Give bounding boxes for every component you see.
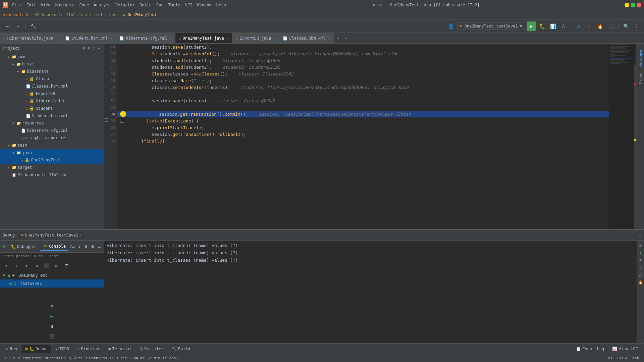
vcs-update[interactable]: ⟳ bbox=[574, 21, 583, 31]
close-button[interactable] bbox=[637, 3, 641, 7]
search-everywhere[interactable]: 🔍 bbox=[621, 21, 631, 31]
tree-item-exportdb[interactable]: ☕ 🔒 ExportDB bbox=[0, 90, 104, 97]
sidebar-expand-btn[interactable]: ⊞ bbox=[82, 45, 86, 51]
test-item-testsave1[interactable]: ● ⊙ testSave1 bbox=[0, 279, 104, 288]
database-tab[interactable]: Database bbox=[638, 47, 643, 70]
sidebar-settings-btn[interactable]: ⚙ bbox=[92, 45, 96, 51]
debug-minimize[interactable]: — bbox=[639, 233, 641, 238]
menu-edit[interactable]: Edit bbox=[24, 2, 38, 8]
scroll-up2[interactable]: ▲ bbox=[637, 249, 644, 256]
forward-button[interactable]: → bbox=[13, 21, 23, 31]
tab-student-hbm[interactable]: 📄 Student.hbm.xml ✕ bbox=[62, 33, 116, 43]
sort-time-btn[interactable]: ↕ bbox=[76, 242, 83, 251]
menu-help[interactable]: Help bbox=[214, 2, 228, 8]
breadcrumb-src[interactable]: src bbox=[81, 12, 88, 17]
test-item-one2manytest[interactable]: ▼ ● ⊙ One2ManyTest bbox=[0, 271, 104, 279]
tab-nav-right[interactable]: ▸ bbox=[342, 33, 350, 43]
menu-code[interactable]: Code bbox=[77, 2, 91, 8]
close-tab-icon[interactable]: ✕ bbox=[328, 37, 330, 40]
step-out-btn[interactable]: ↑ bbox=[22, 261, 31, 270]
problems-tab[interactable]: ⚠ Problems bbox=[74, 345, 104, 353]
tree-item-target[interactable]: ▶ 📁 target bbox=[0, 164, 104, 171]
run-tab[interactable]: ▶ Run bbox=[3, 345, 20, 353]
resume-btn[interactable]: ▶ bbox=[52, 261, 61, 270]
step-over-btn[interactable]: ↷ bbox=[2, 261, 11, 270]
step-into-btn[interactable]: ↓ bbox=[12, 261, 21, 270]
debugger-tab[interactable]: 🐛 Debugger bbox=[8, 243, 39, 250]
coverage-button[interactable]: 📊 bbox=[548, 21, 557, 31]
rerun-button[interactable]: ⟳ bbox=[1, 242, 7, 251]
terminal-tab[interactable]: ⊞ Terminal bbox=[105, 345, 135, 353]
indent-indicator[interactable]: Tab+ bbox=[633, 356, 642, 360]
print-btn[interactable]: 🖨 bbox=[637, 271, 644, 278]
collapse-tests-btn[interactable]: ⊟ bbox=[90, 242, 96, 251]
dump-threads-btn[interactable]: ☰ bbox=[62, 261, 71, 270]
tab-hibernateutils[interactable]: ☕ HibernateUtils.java ✕ bbox=[0, 33, 62, 43]
menu-navigate[interactable]: Navigate bbox=[53, 2, 77, 8]
fire-button[interactable]: 🔥 bbox=[595, 21, 605, 31]
tree-item-com[interactable]: ▶ 📁 com bbox=[0, 53, 104, 60]
menu-file[interactable]: File bbox=[10, 2, 24, 8]
tree-item-bjsxt[interactable]: ▶ 📁 bjsxt bbox=[0, 60, 104, 68]
tree-item-hibernate-cfg[interactable]: 📄 hibernate.cfg.xml bbox=[0, 127, 104, 134]
profiler-tab[interactable]: ⌬ Profiler bbox=[136, 345, 167, 353]
menu-vcs[interactable]: VCS bbox=[183, 2, 195, 8]
stop-btn[interactable]: ⬛ bbox=[42, 261, 51, 270]
build-tab[interactable]: 🔨 Build bbox=[168, 345, 194, 353]
build-button[interactable]: 🔨 bbox=[29, 21, 38, 31]
todo-tab[interactable]: ✓ TODO bbox=[52, 345, 72, 353]
tree-item-test[interactable]: ▼ 📁 test bbox=[0, 142, 104, 149]
more-options[interactable]: ⋮ bbox=[632, 21, 641, 31]
debug-close-icon[interactable]: ✕ bbox=[80, 233, 82, 238]
debug-more[interactable]: ⋮ bbox=[633, 233, 637, 238]
close-tab-icon[interactable]: ✕ bbox=[110, 37, 112, 40]
visualgc-btn[interactable]: 📊 VisualGC bbox=[609, 345, 641, 353]
breadcrumb-java[interactable]: java bbox=[108, 12, 118, 17]
crlf-indicator[interactable]: CRLF bbox=[604, 356, 613, 360]
maven-tab[interactable]: Maven bbox=[638, 70, 643, 87]
breadcrumb-test[interactable]: test bbox=[93, 12, 103, 17]
stop-button[interactable]: ⬛ bbox=[606, 21, 615, 31]
close-tab-icon[interactable]: ✕ bbox=[274, 37, 276, 40]
sidebar-hide-btn[interactable]: — bbox=[97, 45, 101, 51]
scroll-down2[interactable]: ▼ bbox=[637, 257, 644, 263]
fire-icon[interactable]: 🔥 bbox=[637, 279, 644, 286]
force-step-btn[interactable]: ⇥ bbox=[32, 261, 41, 270]
run-icon[interactable]: ▶ bbox=[48, 312, 56, 320]
tree-item-one2manytest[interactable]: ☕ 🔒 One2ManyTest bbox=[0, 156, 104, 164]
tree-item-classes[interactable]: ☕ 🔒 Classes bbox=[0, 75, 104, 83]
close-tab-icon[interactable]: ✕ bbox=[170, 37, 172, 40]
tree-item-student-hbm[interactable]: 📄 Student.hbm.xml bbox=[0, 112, 104, 119]
console-output[interactable]: Hibernate: insert into t_student (name) … bbox=[104, 241, 637, 343]
more-options[interactable]: … bbox=[96, 242, 102, 251]
code-content[interactable]: session.save(student2); Set students = n… bbox=[117, 44, 609, 229]
settings-icon[interactable]: ⚙ bbox=[48, 302, 56, 310]
debug-run-button[interactable]: 🐛 bbox=[537, 21, 547, 31]
charset-indicator[interactable]: UTF-8 bbox=[617, 356, 628, 360]
tab-nav-left[interactable]: ◂ bbox=[334, 33, 342, 43]
close-tab-icon[interactable]: ✕ bbox=[56, 37, 58, 40]
menu-view[interactable]: View bbox=[39, 2, 53, 8]
tab-hibernate-cfg[interactable]: 📄 hibernate.cfg.xml ✕ bbox=[116, 33, 175, 43]
tree-item-hibernate[interactable]: ▼ 📁 hibernate bbox=[0, 68, 104, 75]
tree-item-classes-hbm[interactable]: 📄 Classes.hbm.xml bbox=[0, 83, 104, 90]
run-button[interactable]: ▶ bbox=[527, 21, 536, 31]
menu-run[interactable]: Run bbox=[154, 2, 166, 8]
tree-item-resources[interactable]: ▼ 📁 resources bbox=[0, 119, 104, 127]
layout-btn[interactable]: ⊞ bbox=[637, 242, 644, 249]
back-button[interactable]: ← bbox=[3, 21, 12, 31]
sidebar-collapse-btn[interactable]: ⊟ bbox=[87, 45, 91, 51]
soft-wrap-btn[interactable]: ↩ bbox=[637, 264, 644, 271]
menu-tools[interactable]: Tools bbox=[166, 2, 182, 8]
commit-button[interactable]: ✓ bbox=[585, 21, 594, 31]
tab-one2manytest[interactable]: ☕ One2ManyTest.java ✕ bbox=[175, 33, 232, 43]
minimize-button[interactable] bbox=[625, 3, 629, 7]
event-log-btn[interactable]: 📋 Event Log bbox=[573, 345, 607, 353]
breadcrumb-project[interactable]: hibernatede bbox=[3, 12, 29, 17]
tree-item-student[interactable]: ☕ 🔒 Student bbox=[0, 105, 104, 112]
menu-window[interactable]: Window bbox=[195, 2, 213, 8]
tree-item-iml[interactable]: 📋 01_habernate_1To2.iml bbox=[0, 171, 104, 178]
tab-classes-hbm[interactable]: 📄 Classes.hbm.xml ✕ bbox=[279, 33, 334, 43]
pause-icon[interactable]: ⏸ bbox=[48, 322, 56, 330]
stop-icon2[interactable]: ⬛ bbox=[48, 332, 56, 341]
